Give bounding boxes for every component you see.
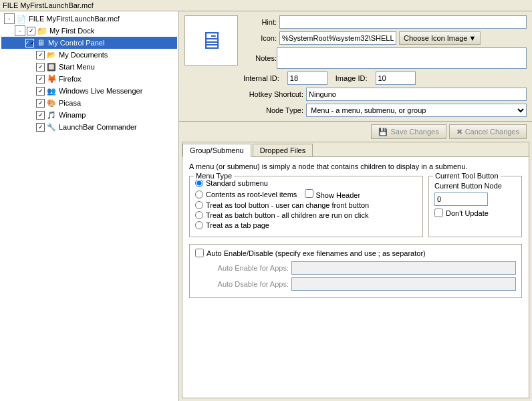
startmenu-icon: 🔲	[46, 61, 57, 72]
icon-path-input[interactable]	[279, 31, 396, 45]
auto-enable-label: Auto Enable/Disable (specify exe filenam…	[207, 249, 426, 257]
hotkey-row: Hotkey Shortcut:	[243, 88, 527, 101]
nodetype-select[interactable]: Menu - a menu, submenu, or group Applica…	[306, 104, 527, 117]
tree-label-mydocuments: My Documents	[59, 51, 108, 59]
check-startmenu[interactable]	[36, 63, 45, 72]
top-bar: FILE MyFirstLaunchBar.mcf	[0, 0, 532, 11]
tree-label-windowslive: Windows Live Messenger	[59, 87, 142, 95]
tree-label-mydock: My First Dock	[49, 27, 94, 35]
check-windowslive[interactable]	[36, 87, 45, 96]
auto-enable-apps-label: Auto Enable for Apps:	[195, 264, 289, 272]
tree-panel: - 📄 FILE MyFirstLaunchBar.mcf - 📁 My Fir…	[0, 11, 179, 401]
radio-toolbutton-input[interactable]	[195, 201, 203, 209]
current-button-node-wrapper: Current Button Node	[434, 182, 516, 209]
tree-label-picasa: Picasa	[59, 99, 81, 107]
tree-item-startmenu[interactable]: 🔲 Start Menu	[1, 61, 177, 73]
check-mydock[interactable]	[27, 27, 35, 35]
tab-area: Group/Submenu Dropped Files A menu (or s…	[182, 142, 529, 398]
dropdown-arrow-icon: ▼	[469, 34, 476, 42]
notes-label: Notes:	[243, 54, 277, 62]
menu-type-groupbox: Menu Type Standard submenu Contents as r…	[189, 176, 423, 237]
tree-item-mydocuments[interactable]: 📂 My Documents	[1, 49, 177, 61]
show-header-checkbox-wrapper: Show Header	[305, 189, 360, 199]
doc-icon: 📂	[46, 49, 57, 60]
choose-icon-button[interactable]: Choose Icon Image ▼	[399, 31, 481, 45]
tree-item-launchbarcommander[interactable]: 🔧 LaunchBar Commander	[1, 121, 177, 133]
auto-disable-apps-row: Auto Dsable for Apps:	[195, 277, 516, 291]
messenger-icon: 👥	[46, 86, 57, 96]
radio-batchbutton: Treat as batch button - all children are…	[195, 211, 417, 219]
radio-toolbutton: Treat as tool button - user can change f…	[195, 201, 417, 209]
tab-dropped-files-label: Dropped Files	[260, 146, 305, 154]
check-mydocuments[interactable]	[36, 51, 45, 59]
check-picasa[interactable]	[36, 99, 45, 108]
action-buttons: 💾 Save Changes ✖ Cancel Changes	[179, 121, 532, 142]
radio-toolbutton-label: Treat as tool button - user can change f…	[206, 201, 369, 209]
radio-batchbutton-label: Treat as batch button - all children are…	[206, 211, 369, 219]
current-tool-groupbox: Current Tool Button Current Button Node …	[428, 176, 522, 237]
check-launchbarcommander[interactable]	[36, 123, 45, 132]
auto-enable-checkbox[interactable]	[195, 249, 204, 257]
auto-disable-apps-input	[291, 277, 516, 291]
radio-standard-input[interactable]	[195, 179, 203, 187]
cancel-label: Cancel Changes	[465, 128, 519, 136]
tree-label-firefox: Firefox	[59, 75, 82, 83]
check-firefox[interactable]	[36, 75, 45, 84]
show-header-checkbox[interactable]	[305, 189, 313, 198]
launchbar-icon: 🔧	[46, 122, 57, 132]
tree-item-windowslive[interactable]: 👥 Windows Live Messenger	[1, 85, 177, 97]
save-changes-button[interactable]: 💾 Save Changes	[371, 124, 446, 139]
tab-description: A menu (or submenu) is simply a node tha…	[189, 162, 522, 170]
file-icon: 📄	[16, 13, 27, 24]
expander-file[interactable]: -	[4, 13, 15, 24]
id-row: Internal ID: Image ID:	[243, 72, 527, 85]
hint-label: Hint:	[243, 18, 277, 26]
two-column-layout: Menu Type Standard submenu Contents as r…	[189, 176, 522, 237]
dont-update-checkbox[interactable]	[434, 209, 443, 217]
hotkey-input[interactable]	[306, 88, 527, 101]
tab-bar: Group/Submenu Dropped Files	[182, 142, 529, 157]
tree-item-mycontrolpanel[interactable]: ✓ 🖥 My Control Panel	[1, 37, 177, 49]
cancel-changes-button[interactable]: ✖ Cancel Changes	[449, 124, 527, 139]
check-winamp[interactable]	[36, 111, 45, 120]
radio-batchbutton-input[interactable]	[195, 211, 203, 219]
tab-content: A menu (or submenu) is simply a node tha…	[182, 157, 529, 398]
check-mycontrolpanel[interactable]: ✓	[25, 39, 34, 47]
radio-rootlevel-label: Contents as root-level items	[206, 190, 297, 198]
tree-item-picasa[interactable]: 🎨 Picasa	[1, 97, 177, 109]
current-button-input[interactable]	[434, 192, 488, 206]
image-id-input[interactable]	[376, 72, 416, 85]
dont-update-wrapper: Don't Update	[434, 209, 516, 217]
preview-icon: 🖥	[199, 27, 223, 55]
tree-label-startmenu: Start Menu	[59, 63, 95, 71]
notes-input[interactable]	[277, 47, 527, 69]
radio-rootlevel-input[interactable]	[195, 190, 203, 198]
hint-row: Hint:	[243, 15, 527, 29]
file-title: FILE MyFirstLaunchBar.mcf	[3, 1, 94, 9]
tree-item-firefox[interactable]: 🦊 Firefox	[1, 73, 177, 85]
folder-icon-mydock: 📁	[37, 25, 47, 36]
expander-mydock[interactable]: -	[15, 25, 25, 36]
tree-item-winamp[interactable]: 🎵 Winamp	[1, 109, 177, 121]
auto-enable-apps-input	[291, 261, 516, 275]
auto-enable-apps-row: Auto Enable for Apps:	[195, 261, 516, 275]
choose-icon-label: Choose Icon Image	[404, 34, 467, 42]
tab-group-submenu-label: Group/Submenu	[190, 146, 244, 154]
auto-enable-section: Auto Enable/Disable (specify exe filenam…	[189, 244, 522, 298]
tree-item-file[interactable]: - 📄 FILE MyFirstLaunchBar.mcf	[1, 13, 177, 25]
internal-id-input[interactable]	[287, 72, 327, 85]
internal-id-label: Internal ID:	[243, 74, 279, 82]
icon-preview: 🖥	[184, 15, 238, 65]
tree-item-mydock[interactable]: - 📁 My First Dock	[1, 25, 177, 37]
winamp-icon: 🎵	[46, 110, 57, 120]
radio-tabpage-input[interactable]	[195, 221, 203, 229]
show-header-label: Show Header	[315, 191, 360, 199]
tab-dropped-files[interactable]: Dropped Files	[253, 144, 313, 156]
radio-tabpage: Treat as a tab page	[195, 221, 417, 229]
tab-group-submenu[interactable]: Group/Submenu	[182, 144, 251, 157]
hint-input[interactable]	[279, 15, 527, 29]
fields-section: Hint: Icon: Choose Icon Image ▼ Notes:	[243, 15, 527, 117]
auto-enable-header: Auto Enable/Disable (specify exe filenam…	[195, 249, 516, 257]
right-panel: 🖥 Hint: Icon: Choose Icon Image ▼	[179, 11, 532, 401]
notes-row: Notes:	[243, 47, 527, 69]
